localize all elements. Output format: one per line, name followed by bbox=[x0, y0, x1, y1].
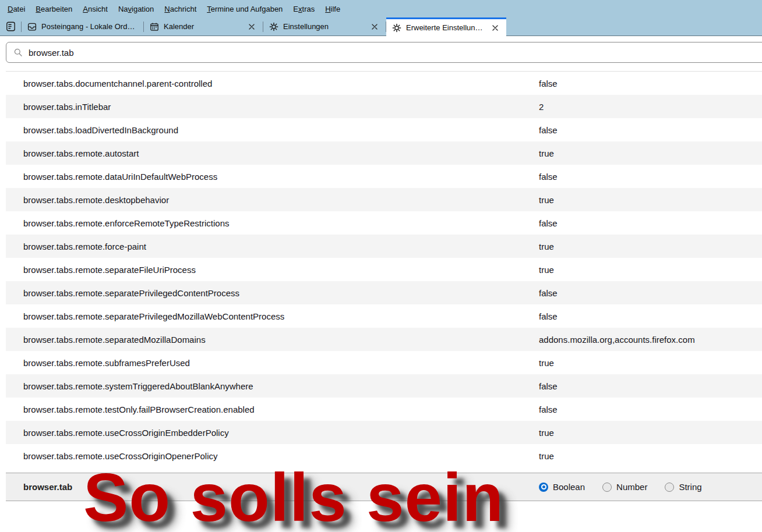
pref-name: browser.tabs.remote.separateFileUriProce… bbox=[6, 265, 539, 275]
radio-boolean[interactable]: Boolean bbox=[539, 482, 585, 492]
annotation-overlay-text: So solls sein bbox=[83, 464, 504, 531]
menu-hilfe[interactable]: Hilfe bbox=[320, 2, 345, 16]
pref-search-box bbox=[6, 42, 762, 63]
radio-icon bbox=[602, 483, 612, 492]
tab-bar: Posteingang - Lokale Ordner Kalender Ein… bbox=[0, 17, 762, 36]
pref-value: true bbox=[539, 148, 762, 158]
pref-name: browser.tabs.remote.dataUriInDefaultWebP… bbox=[6, 172, 539, 182]
pref-value: true bbox=[539, 358, 762, 368]
menubar: Datei Bearbeiten Ansicht Navigation Nach… bbox=[0, 0, 762, 17]
pref-name: browser.tabs.inTitlebar bbox=[6, 102, 539, 112]
pref-row[interactable]: browser.tabs.remote.desktopbehaviortrue bbox=[6, 188, 762, 211]
pref-value: false bbox=[539, 405, 762, 414]
gear-icon bbox=[392, 23, 401, 33]
menu-label: Ansicht bbox=[83, 5, 108, 13]
menu-datei[interactable]: Datei bbox=[2, 2, 30, 16]
pref-name: browser.tabs.remote.useCrossOriginEmbedd… bbox=[6, 428, 539, 438]
pref-value: true bbox=[539, 428, 762, 438]
pref-row[interactable]: browser.tabs.remote.separateFileUriProce… bbox=[6, 258, 762, 281]
tab-posteingang[interactable]: Posteingang - Lokale Ordner bbox=[22, 17, 143, 36]
menu-navigation[interactable]: Navigation bbox=[113, 2, 159, 16]
search-icon bbox=[13, 48, 23, 57]
pref-value: false bbox=[539, 311, 762, 321]
pref-name: browser.tabs.remote.desktopbehavior bbox=[6, 195, 539, 205]
menu-label: Datei bbox=[8, 5, 25, 13]
pref-row[interactable]: browser.tabs.remote.separatedMozillaDoma… bbox=[6, 328, 762, 351]
tab-einstellungen[interactable]: Einstellungen bbox=[263, 17, 386, 36]
pref-row[interactable]: browser.tabs.remote.testOnly.failPBrowse… bbox=[6, 398, 762, 421]
pref-value: false bbox=[539, 125, 762, 135]
tab-erweiterte-einstellungen[interactable]: Erweiterte Einstellungen bbox=[386, 17, 506, 36]
spaces-toggle-button[interactable] bbox=[0, 17, 21, 36]
pref-row[interactable]: browser.tabs.remote.separatePrivilegedMo… bbox=[6, 304, 762, 328]
pref-type-radio-group: Boolean Number String bbox=[539, 482, 702, 492]
menu-nachricht[interactable]: Nachricht bbox=[159, 2, 202, 16]
pref-row[interactable]: browser.tabs.remote.subframesPreferUsedt… bbox=[6, 351, 762, 374]
menu-label: Termine und Aufgaben bbox=[207, 5, 283, 13]
pref-value: false bbox=[539, 172, 762, 182]
pref-name: browser.tabs.remote.autostart bbox=[6, 148, 539, 158]
tab-label: Posteingang - Lokale Ordner bbox=[41, 22, 137, 31]
pref-name: browser.tabs.remote.force-paint bbox=[6, 242, 539, 251]
radio-label: String bbox=[679, 482, 701, 492]
pref-value: false bbox=[539, 218, 762, 228]
close-icon[interactable] bbox=[246, 22, 257, 32]
radio-string[interactable]: String bbox=[665, 482, 701, 492]
radio-number[interactable]: Number bbox=[602, 482, 647, 492]
tab-label: Einstellungen bbox=[283, 22, 365, 31]
menu-label: Extras bbox=[293, 5, 315, 13]
pref-value: 2 bbox=[539, 102, 762, 112]
pref-row[interactable]: browser.tabs.remote.separatePrivilegedCo… bbox=[6, 281, 762, 304]
pref-value: true bbox=[539, 451, 762, 461]
pref-list: browser.tabs.documentchannel.parent-cont… bbox=[6, 71, 762, 467]
tab-label: Erweiterte Einstellungen bbox=[406, 23, 485, 32]
close-icon[interactable] bbox=[490, 23, 500, 33]
pref-row[interactable]: browser.tabs.remote.systemTriggeredAbout… bbox=[6, 374, 762, 398]
gear-icon bbox=[269, 22, 278, 31]
pref-name: browser.tabs.remote.separatedMozillaDoma… bbox=[6, 335, 539, 345]
pref-name: browser.tabs.documentchannel.parent-cont… bbox=[6, 79, 539, 88]
menu-termine-und-aufgaben[interactable]: Termine und Aufgaben bbox=[202, 2, 288, 16]
tab-kalender[interactable]: Kalender bbox=[144, 17, 263, 36]
menu-label: Hilfe bbox=[325, 5, 340, 13]
pref-row[interactable]: browser.tabs.remote.useCrossOriginEmbedd… bbox=[6, 421, 762, 444]
inbox-icon bbox=[27, 22, 37, 31]
pref-row[interactable]: browser.tabs.remote.dataUriInDefaultWebP… bbox=[6, 165, 762, 188]
spaces-icon bbox=[6, 22, 16, 31]
calendar-icon bbox=[150, 22, 159, 31]
menu-ansicht[interactable]: Ansicht bbox=[77, 2, 113, 16]
search-input[interactable] bbox=[23, 48, 762, 58]
menu-label: Nachricht bbox=[164, 5, 196, 13]
pref-value: false bbox=[539, 288, 762, 298]
pref-row[interactable]: browser.tabs.documentchannel.parent-cont… bbox=[6, 72, 762, 95]
pref-value: false bbox=[539, 79, 762, 88]
menu-bearbeiten[interactable]: Bearbeiten bbox=[30, 2, 77, 16]
pref-value: false bbox=[539, 381, 762, 391]
menu-label: Navigation bbox=[118, 5, 154, 13]
pref-row[interactable]: browser.tabs.remote.autostarttrue bbox=[6, 141, 762, 165]
radio-icon bbox=[539, 483, 548, 492]
pref-row[interactable]: browser.tabs.remote.force-painttrue bbox=[6, 235, 762, 258]
pref-value: true bbox=[539, 195, 762, 205]
radio-icon bbox=[665, 483, 674, 492]
close-icon[interactable] bbox=[369, 22, 380, 32]
pref-value: true bbox=[539, 265, 762, 275]
pref-name: browser.tabs.loadDivertedInBackground bbox=[6, 125, 539, 135]
pref-row[interactable]: browser.tabs.inTitlebar2 bbox=[6, 95, 762, 118]
pref-value: addons.mozilla.org,accounts.firefox.com bbox=[539, 335, 762, 345]
pref-row[interactable]: browser.tabs.remote.enforceRemoteTypeRes… bbox=[6, 211, 762, 235]
pref-value: true bbox=[539, 242, 762, 251]
pref-name: browser.tabs.remote.systemTriggeredAbout… bbox=[6, 381, 539, 391]
pref-row[interactable]: browser.tabs.loadDivertedInBackgroundfal… bbox=[6, 118, 762, 141]
pref-name: browser.tabs.remote.subframesPreferUsed bbox=[6, 358, 539, 368]
pref-name: browser.tabs.remote.testOnly.failPBrowse… bbox=[6, 405, 539, 414]
radio-label: Number bbox=[616, 482, 647, 492]
pref-name: browser.tabs.remote.separatePrivilegedCo… bbox=[6, 288, 539, 298]
menu-extras[interactable]: Extras bbox=[288, 2, 320, 16]
menu-label: Bearbeiten bbox=[36, 5, 72, 13]
radio-label: Boolean bbox=[553, 482, 585, 492]
pref-name: browser.tabs.remote.enforceRemoteTypeRes… bbox=[6, 218, 539, 228]
tab-label: Kalender bbox=[164, 22, 242, 31]
pref-name: browser.tabs.remote.useCrossOriginOpener… bbox=[6, 451, 539, 461]
pref-name: browser.tabs.remote.separatePrivilegedMo… bbox=[6, 311, 539, 321]
